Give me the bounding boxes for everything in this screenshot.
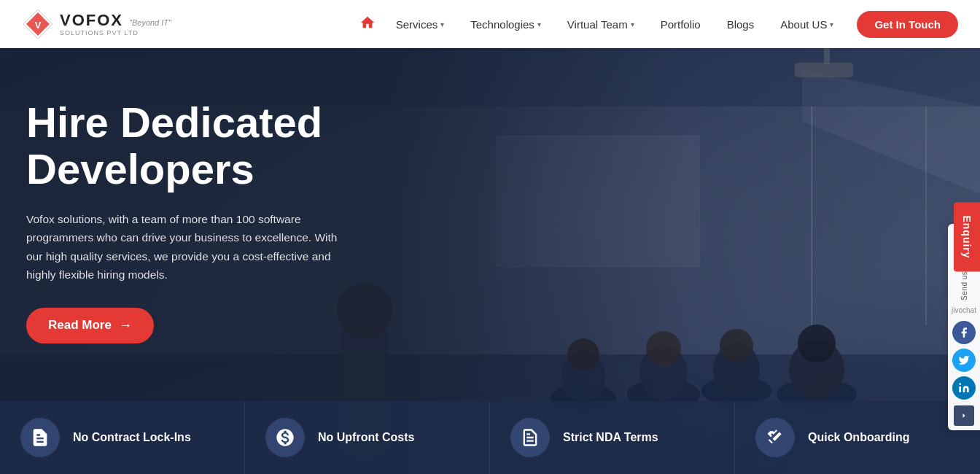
feature-cards: No Contract Lock-Ins No Upfront Costs St… xyxy=(0,401,980,474)
logo-icon: V xyxy=(22,8,54,40)
jivochat-app-label: jivochat xyxy=(952,306,976,314)
logo[interactable]: V VOFOX "Beyond IT" SOLUTIONS PVT LTD xyxy=(22,8,171,40)
contract-icon-circle xyxy=(20,418,60,457)
chevron-down-icon: ▾ xyxy=(537,20,541,28)
nav-item-about-us[interactable]: About US ▾ xyxy=(767,0,847,48)
chevron-down-icon: ▾ xyxy=(440,20,444,28)
svg-point-26 xyxy=(959,383,961,385)
facebook-button[interactable] xyxy=(952,321,976,344)
feature-card-no-contract: No Contract Lock-Ins xyxy=(0,401,245,474)
dollar-icon xyxy=(275,427,295,448)
navbar: V VOFOX "Beyond IT" SOLUTIONS PVT LTD Se… xyxy=(0,0,980,48)
feature-label-onboarding: Quick Onboarding xyxy=(808,431,910,444)
enquiry-tab[interactable]: Enquiry xyxy=(954,202,980,271)
hero-description: Vofox solutions, with a team of more tha… xyxy=(26,210,354,284)
nav-link-virtual-team[interactable]: Virtual Team ▾ xyxy=(554,0,648,48)
read-more-button[interactable]: Read More → xyxy=(26,308,154,343)
feature-label-no-upfront: No Upfront Costs xyxy=(318,431,414,444)
contract-icon xyxy=(30,427,50,448)
facebook-icon xyxy=(958,327,970,338)
hero-title: Hire Dedicated Developers xyxy=(26,99,376,193)
arrow-icon: → xyxy=(119,318,132,333)
nav-item-blogs[interactable]: Blogs xyxy=(714,0,768,48)
nav-item-technologies[interactable]: Technologies ▾ xyxy=(457,0,554,48)
handshake-icon-circle xyxy=(755,418,795,457)
feature-card-no-upfront: No Upfront Costs xyxy=(245,401,490,474)
panel-collapse-button[interactable] xyxy=(954,405,974,426)
nav-item-portfolio[interactable]: Portfolio xyxy=(648,0,714,48)
feature-card-onboarding: Quick Onboarding xyxy=(735,401,980,474)
handshake-icon xyxy=(765,427,785,448)
chevron-right-icon xyxy=(960,411,968,420)
hero-content: Hire Dedicated Developers Vofox solution… xyxy=(26,99,376,343)
linkedin-button[interactable] xyxy=(952,376,976,400)
feature-label-no-contract: No Contract Lock-Ins xyxy=(73,431,191,444)
nav-item-virtual-team[interactable]: Virtual Team ▾ xyxy=(554,0,648,48)
nav-link-services[interactable]: Services ▾ xyxy=(383,0,458,48)
linkedin-icon xyxy=(958,382,970,394)
nav-link-technologies[interactable]: Technologies ▾ xyxy=(457,0,554,48)
nav-link-blogs[interactable]: Blogs xyxy=(714,0,768,48)
nav-link-about-us[interactable]: About US ▾ xyxy=(767,0,847,48)
nav-link-portfolio[interactable]: Portfolio xyxy=(648,0,714,48)
svg-text:V: V xyxy=(35,20,42,31)
dollar-icon-circle xyxy=(265,418,305,457)
logo-text: VOFOX "Beyond IT" SOLUTIONS PVT LTD xyxy=(60,12,171,36)
get-in-touch-button[interactable]: Get In Touch xyxy=(857,11,958,38)
nav-links: Services ▾ Technologies ▾ Virtual Team ▾… xyxy=(383,0,847,48)
twitter-button[interactable] xyxy=(952,349,976,372)
document-icon-circle xyxy=(510,418,550,457)
twitter-icon xyxy=(958,354,970,366)
chevron-down-icon: ▾ xyxy=(631,20,634,28)
decorative-line xyxy=(812,106,812,325)
home-icon[interactable] xyxy=(359,15,376,34)
nav-item-services[interactable]: Services ▾ xyxy=(383,0,458,48)
feature-card-nda: Strict NDA Terms xyxy=(490,401,735,474)
chevron-down-icon: ▾ xyxy=(830,20,833,28)
feature-label-nda: Strict NDA Terms xyxy=(563,431,658,444)
document-icon xyxy=(520,427,540,448)
